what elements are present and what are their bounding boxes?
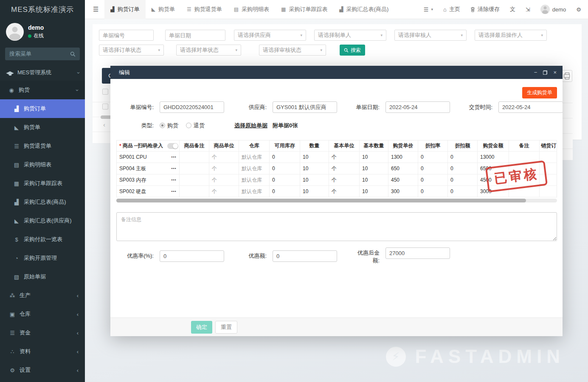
type-label: 类型: (116, 122, 154, 129)
table-cell: 0 (418, 152, 448, 163)
sidebar-subitem[interactable]: ▧ 原始单据 (0, 267, 85, 286)
remark-textarea[interactable] (116, 212, 557, 241)
table-cell: 10 (300, 163, 329, 174)
form-row-discount: 优惠率(%): 优惠额: 优惠后金额: (116, 247, 455, 264)
tab-label: 采购订单跟踪表 (289, 6, 327, 13)
confirm-button[interactable]: 确定 (191, 321, 212, 334)
home-icon: ⌂ (443, 6, 447, 13)
sidebar-item-mes-root[interactable]: MES管理系统 ‹ (0, 65, 85, 81)
scan-gun-toggle[interactable] (167, 143, 178, 149)
more-icon[interactable]: ⋯ (171, 177, 177, 183)
bill-date-input[interactable] (165, 30, 225, 41)
field-input[interactable] (160, 101, 224, 113)
topbar-user[interactable]: demo (540, 5, 566, 14)
maximize-button[interactable] (543, 70, 547, 75)
dialog-titlebar[interactable]: 编辑 − × (110, 66, 563, 79)
last-operator-select[interactable]: 请选择最后操作人▾ (475, 30, 547, 41)
row-checkbox[interactable] (102, 89, 108, 95)
discount-input[interactable] (160, 250, 224, 262)
search-button[interactable]: 搜索 (340, 45, 365, 56)
tab[interactable]: ▟ 采购汇总表(商品) (333, 0, 394, 19)
scrollbar-thumb[interactable] (116, 199, 526, 202)
table-cell: SP002 硬盘⋯ (117, 186, 180, 197)
sidebar-subitem[interactable]: ▟ 购货订单 (0, 99, 85, 118)
tab[interactable]: ▟ 购货订单 (104, 0, 145, 19)
generate-purchase-button[interactable]: 生成购货单 (522, 87, 557, 98)
more-icon[interactable]: ⋯ (171, 154, 177, 160)
home-button[interactable]: ⌂ 主页 (443, 6, 460, 13)
row-checkbox[interactable] (102, 104, 108, 110)
field-input[interactable] (498, 101, 563, 113)
supplier-select[interactable]: 请选择供应商▾ (234, 30, 306, 41)
grid-file-icon: ▦ (281, 6, 286, 12)
discount-input[interactable] (273, 250, 337, 262)
audit-status-select[interactable]: 请选择审核状态▾ (259, 45, 326, 56)
choose-original-link[interactable]: 选择原始单据 (234, 122, 267, 129)
radio-unselected-icon (186, 123, 191, 128)
chevron-left-icon: ‹ (77, 311, 79, 317)
edit-dialog: 编辑 − × 生成购货单 单据编号: 供应商: 单据日期: (110, 66, 563, 336)
sidebar-subitem[interactable]: ◣ 购货单 (0, 118, 85, 137)
sidebar-subitem[interactable]: ▦ 采购订单跟踪表 (0, 174, 85, 193)
chevron-down-icon: ‹ (74, 72, 81, 73)
sidebar-group[interactable]: ☰ 资金 ‹ (0, 323, 85, 342)
horizontal-scrollbar[interactable] (116, 199, 557, 202)
settings-gears-icon[interactable]: ⚙ (576, 6, 581, 13)
column-header: 购货金额 (478, 140, 509, 151)
language-icon[interactable]: 文 (510, 6, 515, 13)
sidebar-group[interactable]: ∴ 资料 ‹ (0, 342, 85, 361)
discount-input[interactable] (385, 247, 450, 259)
sidebar-group[interactable]: ⁂ 生产 ‹ (0, 286, 85, 305)
table-cell: 个 (209, 152, 239, 163)
tab[interactable]: ☰ 购货退货单 (181, 0, 228, 19)
more-icon[interactable]: ⋯ (171, 166, 177, 171)
field-input[interactable] (273, 101, 337, 113)
more-icon[interactable]: ⋯ (171, 188, 177, 194)
table-cell (180, 174, 209, 185)
menu-search-input[interactable]: 搜索菜单 (5, 48, 80, 60)
sidebar-group[interactable]: ⚙ 设置 ‹ (0, 361, 85, 379)
table-cell: 个 (329, 152, 360, 163)
fullscreen-icon[interactable]: ⇲ (526, 6, 530, 13)
close-button[interactable]: × (553, 69, 557, 76)
tab[interactable]: ▦ 采购订单跟踪表 (275, 0, 333, 19)
sidebar-subitem[interactable]: $ 采购付款一览表 (0, 230, 85, 249)
table-cell: 10 (360, 152, 388, 163)
radio-purchase[interactable]: 购货 (160, 122, 178, 129)
tab-list-menu-button[interactable]: ☰ ▾ (424, 6, 433, 13)
sidebar-subitem[interactable]: ◔ 采购开票管理 (0, 249, 85, 267)
table-cell: 个 (329, 186, 360, 197)
online-dot (28, 34, 31, 38)
maker-select[interactable]: 请选择制单人▾ (314, 30, 386, 41)
table-cell (180, 163, 209, 174)
watermark: ⚡ FASTADMIN (386, 346, 565, 367)
radio-return[interactable]: 退货 (186, 122, 205, 129)
sidebar-subitem-label: 采购明细表 (24, 161, 51, 169)
trash-icon (470, 7, 475, 12)
sidebar-group[interactable]: ▣ 仓库 ‹ (0, 305, 85, 323)
bill-no-input[interactable] (99, 30, 154, 41)
hamburger-icon[interactable]: ☰ (85, 6, 104, 13)
table-cell: 450 (388, 174, 418, 185)
sidebar-subitem[interactable]: ▤ 采购明细表 (0, 155, 85, 174)
sidebar-subitem[interactable]: ◣ 采购汇总表(供应商) (0, 211, 85, 230)
tab[interactable]: ▤ 采购明细表 (228, 0, 275, 19)
order-status-select[interactable]: 请选择订单状态▾ (99, 45, 164, 56)
print-button[interactable] (561, 70, 572, 82)
table-cell: 10 (360, 163, 388, 174)
sidebar-subitem[interactable]: ▟ 采购汇总表(商品) (0, 193, 85, 211)
table-cell: 默认仓库 (239, 152, 270, 163)
tab[interactable]: ◣ 购货单 (146, 0, 181, 19)
sidebar-subitem[interactable]: ☰ 购货退货单 (0, 137, 85, 155)
match-status-select[interactable]: 请选择对单状态▾ (176, 45, 241, 56)
form-row-main: 单据编号: 供应商: 单据日期: 交货时间: (116, 101, 563, 113)
book-icon: ▧ (13, 274, 20, 280)
table-row[interactable]: SP001 CPU⋯个默认仓库010个1013000013000 (117, 152, 557, 163)
clear-cache-button[interactable]: 清除缓存 (470, 6, 500, 13)
minimize-button[interactable]: − (534, 69, 537, 76)
reset-button[interactable]: 重置 (215, 321, 237, 334)
auditor-select[interactable]: 请选择审核人▾ (394, 30, 467, 41)
pagination-prev[interactable]: ‹ (103, 121, 105, 128)
field-input[interactable] (385, 101, 450, 113)
sidebar-item-purchase-section[interactable]: ◉ 购货 ‹ (0, 81, 85, 99)
